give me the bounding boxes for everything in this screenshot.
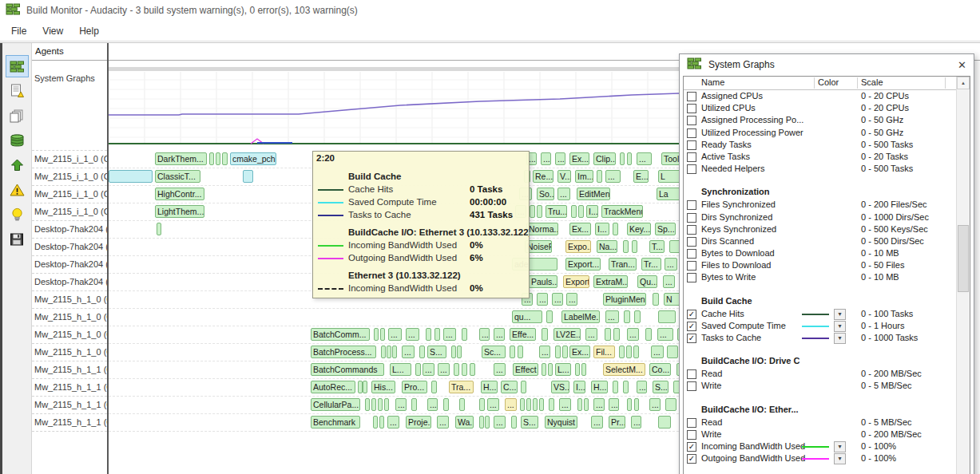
agent-row-system-graphs[interactable]: System Graphs (32, 61, 107, 151)
agent-row[interactable]: Mw_2115_h_1_0 (C (32, 344, 107, 361)
graph-row[interactable]: Write0 - 5 MB/Sec (684, 380, 956, 392)
task-bar[interactable]: ... (423, 363, 434, 376)
task-bar[interactable]: Tra... (449, 381, 474, 393)
task-bar[interactable] (380, 328, 385, 341)
task-bar[interactable] (623, 240, 629, 253)
save-icon[interactable] (6, 229, 28, 250)
graph-checkbox[interactable] (687, 116, 696, 125)
task-bar[interactable] (426, 328, 431, 341)
graph-checkbox[interactable] (687, 381, 696, 391)
task-bar[interactable]: ClassicT... (155, 170, 200, 183)
task-bar[interactable]: Ex... (569, 223, 591, 235)
task-bar[interactable] (658, 416, 671, 429)
graph-checkbox[interactable]: ✓ (687, 454, 696, 464)
task-bar[interactable]: His... (371, 381, 395, 393)
graph-row[interactable]: Utilized CPUs0 - 20 CPUs (684, 102, 956, 114)
task-bar[interactable]: Export (563, 275, 589, 288)
task-bar[interactable] (157, 223, 161, 235)
task-bar[interactable]: ... (566, 293, 577, 306)
task-bar[interactable] (533, 398, 538, 411)
task-bar[interactable] (548, 363, 553, 376)
graph-row[interactable]: Files Synchronized0 - 200 Files/Sec (684, 199, 956, 211)
graph-checkbox[interactable] (687, 152, 696, 162)
graph-checkbox[interactable]: ✓ (687, 322, 696, 331)
task-bar[interactable]: Nyquist (545, 416, 577, 429)
task-bar[interactable]: S... (653, 381, 669, 393)
task-bar[interactable] (243, 170, 253, 183)
task-bar[interactable]: Sc... (482, 346, 506, 358)
graph-row[interactable]: Keys Synchronized0 - 500 Keys/Sec (684, 223, 956, 235)
task-bar[interactable] (457, 346, 462, 358)
task-bar[interactable]: LV2E... (553, 328, 581, 341)
scrollbar[interactable]: ▲ (956, 77, 970, 474)
graph-checkbox[interactable] (687, 273, 696, 282)
graph-checkbox[interactable] (687, 104, 696, 113)
task-bar[interactable] (479, 398, 485, 411)
task-bar[interactable]: ... (437, 416, 449, 429)
task-bar[interactable]: VS... (551, 381, 569, 393)
task-bar[interactable]: HighContr... (155, 188, 204, 200)
agent-row[interactable]: Desktop-7hak204 (C (32, 239, 107, 256)
task-bar[interactable]: Sp... (655, 223, 676, 235)
graph-row[interactable]: Assigned Processing Po...0 - 50 GHz (684, 114, 956, 126)
graph-row[interactable]: Files to Download0 - 50 Files (684, 259, 956, 271)
task-bar[interactable] (584, 398, 589, 411)
task-bar[interactable] (530, 205, 535, 218)
task-bar[interactable] (378, 398, 383, 411)
task-bar[interactable]: Fil... (593, 346, 615, 358)
task-bar[interactable]: Tran... (609, 258, 637, 271)
task-bar[interactable]: Re... (533, 170, 553, 183)
task-bar[interactable] (454, 363, 459, 376)
agent-row[interactable]: Mw_2115_i_1_0 (Co (32, 168, 107, 186)
task-bar[interactable]: C... (501, 381, 518, 393)
task-bar[interactable] (371, 398, 376, 411)
task-bar[interactable]: ... (657, 328, 673, 341)
graph-checkbox[interactable] (687, 430, 696, 440)
task-bar[interactable] (578, 205, 584, 218)
task-bar[interactable]: Pr... (609, 416, 625, 429)
task-bar[interactable] (365, 398, 370, 411)
task-bar[interactable]: ... (387, 416, 399, 429)
task-bar[interactable] (633, 346, 639, 358)
task-bar[interactable] (605, 328, 611, 341)
task-bar[interactable]: Clip... (593, 152, 616, 165)
graph-checkbox[interactable] (687, 140, 696, 150)
task-bar[interactable]: Benchmark (311, 416, 360, 429)
task-bar[interactable]: PluginMenus (603, 293, 646, 306)
graph-row[interactable]: Write0 - 200 MB/Sec (684, 429, 956, 440)
task-bar[interactable] (363, 381, 367, 393)
task-bar[interactable]: Effe... (510, 328, 536, 341)
task-bar[interactable] (539, 398, 544, 411)
task-bar[interactable]: Key... (627, 223, 651, 235)
tips-icon[interactable] (6, 204, 28, 225)
task-bar[interactable]: H... (481, 381, 498, 393)
task-bar[interactable]: S... (427, 346, 446, 358)
graph-row[interactable]: Needed Helpers0 - 500 Tasks (684, 163, 956, 175)
task-bar[interactable] (613, 223, 618, 235)
task-bar[interactable]: S... (521, 416, 538, 429)
task-bar[interactable]: ... (585, 328, 597, 341)
task-bar[interactable] (511, 416, 517, 429)
task-bar[interactable]: LabelMe... (561, 310, 600, 323)
task-bar[interactable]: ... (605, 310, 619, 323)
task-bar[interactable]: ... (637, 152, 652, 165)
task-bar[interactable]: ... (631, 416, 641, 429)
task-bar[interactable]: Co... (649, 363, 671, 376)
task-bar[interactable] (518, 346, 523, 358)
task-bar[interactable]: I... (573, 381, 585, 393)
color-dropdown[interactable]: ▾ (834, 441, 846, 452)
agent-row[interactable]: Mw_2115_h_1_1 (C (32, 361, 107, 379)
task-bar[interactable] (479, 416, 484, 429)
agent-row[interactable]: Mw_2115_i_1_0 (Co (32, 203, 107, 221)
agent-row[interactable]: Mw_2115_i_1_0 (Co (32, 186, 107, 203)
task-bar[interactable] (381, 346, 386, 358)
task-bar[interactable]: ... (665, 258, 677, 271)
task-bar[interactable] (387, 346, 391, 358)
task-bar[interactable]: SelectM... (603, 363, 645, 376)
task-bar[interactable] (434, 328, 440, 341)
task-bar[interactable] (634, 310, 641, 323)
graph-row[interactable]: Read0 - 200 MB/Sec (684, 368, 956, 380)
task-bar[interactable]: TrackMenus (601, 205, 643, 218)
task-bar[interactable]: ... (494, 328, 505, 341)
task-bar[interactable]: Ex... (569, 346, 590, 358)
